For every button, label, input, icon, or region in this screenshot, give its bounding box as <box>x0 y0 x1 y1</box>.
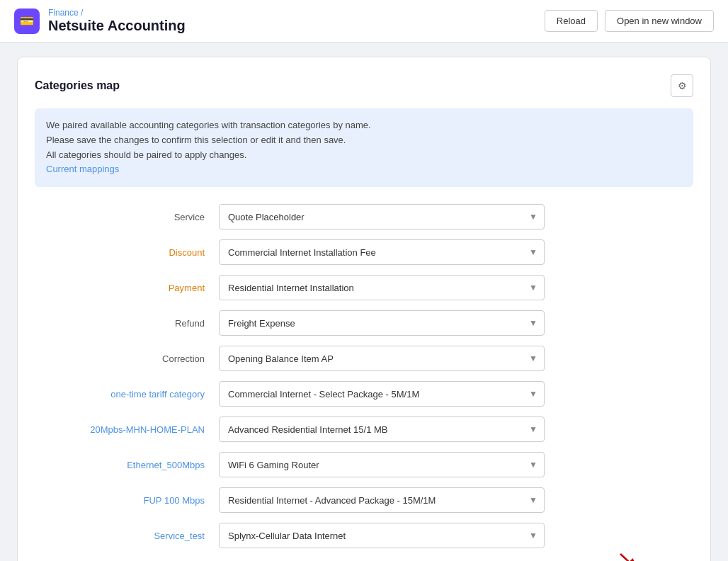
form-row: FUP 100 Mbps Residential Internet - Adva… <box>35 487 693 513</box>
reload-button[interactable]: Reload <box>545 10 598 32</box>
form-select-0[interactable]: Quote Placeholder <box>219 204 545 230</box>
form-label-1: Discount <box>35 247 219 258</box>
form-row: Service_test Splynx-Cellular Data Intern… <box>35 523 693 548</box>
form-select-wrapper-4: Opening Balance Item AP ▼ <box>219 346 545 371</box>
breadcrumb-link[interactable]: Finance / <box>48 8 83 18</box>
form-label-0: Service <box>35 212 219 222</box>
info-line-3: All categories should be paired to apply… <box>46 148 682 163</box>
form-label-4: Correction <box>35 353 219 364</box>
form-label-5: one-time tariff category <box>35 389 219 400</box>
form-row: 20Mpbs-MHN-HOME-PLAN Advanced Residentia… <box>35 416 693 442</box>
header-left: 💳 Finance / Netsuite Accounting <box>14 8 186 34</box>
app-header: 💳 Finance / Netsuite Accounting Reload O… <box>0 0 728 42</box>
form-select-1[interactable]: Commercial Internet Installation Fee <box>219 239 545 265</box>
form-row: one-time tariff category Commercial Inte… <box>35 381 693 407</box>
header-buttons: Reload Open in new window <box>545 10 714 32</box>
form-label-3: Refund <box>35 318 219 329</box>
app-icon: 💳 <box>14 8 40 34</box>
current-mappings-link[interactable]: Current mappings <box>46 164 119 174</box>
form-select-wrapper-2: Residential Internet Installation ▼ <box>219 275 545 300</box>
form-select-wrapper-9: Splynx-Cellular Data Internet ▼ <box>219 523 545 548</box>
form-select-9[interactable]: Splynx-Cellular Data Internet <box>219 523 545 548</box>
form-select-wrapper-5: Commercial Internet - Select Package - 5… <box>219 381 545 407</box>
card-header: Categories map ⚙ <box>35 74 693 97</box>
gear-settings-button[interactable]: ⚙ <box>671 74 693 97</box>
form-select-wrapper-1: Commercial Internet Installation Fee ▼ <box>219 239 545 265</box>
form-row: Payment Residential Internet Installatio… <box>35 275 693 300</box>
page-title: Netsuite Accounting <box>48 18 186 34</box>
form-label-7: Ethernet_500Mbps <box>35 460 219 470</box>
info-line-1: We paired available accounting categorie… <box>46 118 682 133</box>
form-select-2[interactable]: Residential Internet Installation <box>219 275 545 300</box>
form-row: Correction Opening Balance Item AP ▼ <box>35 346 693 371</box>
form-select-4[interactable]: Opening Balance Item AP <box>219 346 545 371</box>
form-label-2: Payment <box>35 283 219 293</box>
form-select-7[interactable]: WiFi 6 Gaming Router <box>219 452 545 477</box>
form-label-6: 20Mpbs-MHN-HOME-PLAN <box>35 424 219 435</box>
card-title: Categories map <box>35 79 120 92</box>
form-select-wrapper-7: WiFi 6 Gaming Router ▼ <box>219 452 545 477</box>
form-select-wrapper-6: Advanced Residential Internet 15/1 MB ▼ <box>219 416 545 442</box>
breadcrumb[interactable]: Finance / <box>48 8 186 18</box>
open-new-window-button[interactable]: Open in new window <box>605 10 714 32</box>
main-content: Categories map ⚙ We paired available acc… <box>0 42 728 561</box>
categories-map-card: Categories map ⚙ We paired available acc… <box>17 57 711 561</box>
svg-line-1 <box>620 554 639 561</box>
form-grid: Service Quote Placeholder ▼ Discount Com… <box>35 204 693 548</box>
form-select-8[interactable]: Residential Internet - Advanced Package … <box>219 487 545 513</box>
form-row: Discount Commercial Internet Installatio… <box>35 239 693 265</box>
gear-icon: ⚙ <box>678 80 687 91</box>
form-select-wrapper-0: Quote Placeholder ▼ <box>219 204 545 230</box>
form-label-9: Service_test <box>35 531 219 541</box>
form-select-wrapper-3: Freight Expense ▼ <box>219 310 545 336</box>
form-select-6[interactable]: Advanced Residential Internet 15/1 MB <box>219 416 545 442</box>
form-select-wrapper-8: Residential Internet - Advanced Package … <box>219 487 545 513</box>
form-row: Refund Freight Expense ▼ <box>35 310 693 336</box>
header-title-area: Finance / Netsuite Accounting <box>48 8 186 34</box>
arrow-hint <box>617 550 645 561</box>
info-line-2: Please save the changes to confirm this … <box>46 133 682 148</box>
form-select-3[interactable]: Freight Expense <box>219 310 545 336</box>
form-label-8: FUP 100 Mbps <box>35 495 219 506</box>
info-banner: We paired available accounting categorie… <box>35 108 693 187</box>
form-row: Ethernet_500Mbps WiFi 6 Gaming Router ▼ <box>35 452 693 477</box>
form-select-5[interactable]: Commercial Internet - Select Package - 5… <box>219 381 545 407</box>
form-row: Service Quote Placeholder ▼ <box>35 204 693 230</box>
app-icon-symbol: 💳 <box>20 14 34 28</box>
